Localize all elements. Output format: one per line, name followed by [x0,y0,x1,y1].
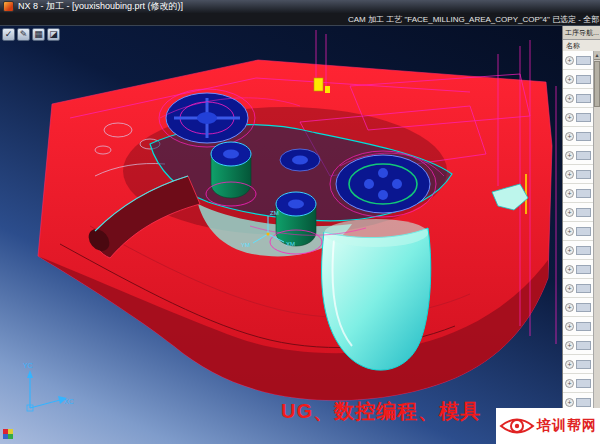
tree-expand-icon[interactable]: + [565,113,574,122]
tree-expand-icon[interactable]: + [565,284,574,293]
center-pad [280,149,320,171]
tree-expand-icon[interactable]: + [565,94,574,103]
navigator-row[interactable]: + [563,89,593,108]
graphics-viewport[interactable]: ✓✎▦◪ [0,26,562,444]
scrollbar-thumb[interactable] [594,61,600,107]
tree-expand-icon[interactable]: + [565,189,574,198]
operation-item-icon [576,94,591,103]
cam-status-bar: CAM 加工 工艺 "FACE_MILLING_AREA_COPY_COP"4"… [0,13,600,26]
tree-expand-icon[interactable]: + [565,132,574,141]
svg-text:XC: XC [64,398,74,405]
svg-text:XM: XM [286,241,295,247]
view-orientation-icon[interactable] [3,429,13,439]
tree-expand-icon[interactable]: + [565,398,574,407]
tree-expand-icon[interactable]: + [565,227,574,236]
operation-item-icon [576,322,591,331]
tree-expand-icon[interactable]: + [565,322,574,331]
navigator-row[interactable]: + [563,127,593,146]
operation-item-icon [576,170,591,179]
operation-item-icon [576,227,591,236]
tree-expand-icon[interactable]: + [565,341,574,350]
operation-item-icon [576,132,591,141]
svg-text:YC: YC [23,362,33,369]
operation-navigator-panel: 工序导航... 名称 ++++++++++++++++++++ ▲ ▼ [562,26,600,444]
navigator-title: 工序导航... [563,26,600,40]
operation-item-icon [576,265,591,274]
operation-item-icon [576,341,591,350]
navigator-row[interactable]: + [563,298,593,317]
operation-item-icon [576,398,591,407]
svg-text:ZM: ZM [270,210,279,216]
navigator-row[interactable]: + [563,222,593,241]
brand-name: 培训帮网 [537,417,597,435]
title-bar: NX 8 - 加工 - [youxishoubing.prt (修改的)] [0,0,600,13]
operation-item-icon [576,379,591,388]
finish-sketch-button[interactable]: ✓ [2,28,15,41]
edit-button[interactable]: ✎ [17,28,30,41]
operation-item-icon [576,284,591,293]
operation-item-icon [576,75,591,84]
navigator-row[interactable]: + [563,70,593,89]
layout-button[interactable]: ▦ [32,28,45,41]
wcs-triad: YC XC [23,362,74,411]
tree-expand-icon[interactable]: + [565,208,574,217]
navigator-row[interactable]: + [563,260,593,279]
tree-expand-icon[interactable]: + [565,265,574,274]
navigator-row[interactable]: + [563,279,593,298]
operation-item-icon [576,246,591,255]
operation-item-icon [576,303,591,312]
eye-icon [499,413,535,439]
tree-expand-icon[interactable]: + [565,56,574,65]
navigator-row[interactable]: + [563,355,593,374]
navigator-row[interactable]: + [563,108,593,127]
cam-status-message: CAM 加工 工艺 "FACE_MILLING_AREA_COPY_COP"4"… [348,15,600,24]
navigator-scrollbar[interactable]: ▲ ▼ [593,51,600,444]
window-title: NX 8 - 加工 - [youxishoubing.prt (修改的)] [18,0,183,13]
tree-expand-icon[interactable]: + [565,246,574,255]
navigator-row[interactable]: + [563,146,593,165]
navigator-row-list: ++++++++++++++++++++ [563,51,593,444]
nx-application-window: NX 8 - 加工 - [youxishoubing.prt (修改的)] CA… [0,0,600,444]
operation-item-icon [576,208,591,217]
operation-item-icon [576,360,591,369]
navigator-row[interactable]: + [563,203,593,222]
3d-scene-canvas[interactable]: ZM XM YM YC XC [0,26,562,444]
tree-expand-icon[interactable]: + [565,75,574,84]
brand-logo: 培训帮网 [496,408,600,444]
shade-mode-button[interactable]: ◪ [47,28,60,41]
scroll-up-icon[interactable]: ▲ [594,51,600,60]
navigator-row[interactable]: + [563,317,593,336]
tree-expand-icon[interactable]: + [565,303,574,312]
navigator-row[interactable]: + [563,184,593,203]
tree-expand-icon[interactable]: + [565,170,574,179]
watermark-text: UG、数控编程、模具 [281,398,505,425]
tree-expand-icon[interactable]: + [565,360,574,369]
operation-item-icon [576,151,591,160]
operation-item-icon [576,189,591,198]
tree-expand-icon[interactable]: + [565,379,574,388]
navigator-row[interactable]: + [563,165,593,184]
nx-app-icon [3,1,14,12]
navigator-row[interactable]: + [563,374,593,393]
tree-expand-icon[interactable]: + [565,151,574,160]
viewport-toolbar: ✓✎▦◪ [2,28,60,41]
navigator-row[interactable]: + [563,336,593,355]
navigator-row[interactable]: + [563,241,593,260]
navigator-row[interactable]: + [563,51,593,70]
operation-item-icon [576,56,591,65]
operation-item-icon [576,113,591,122]
svg-text:YM: YM [241,242,250,248]
